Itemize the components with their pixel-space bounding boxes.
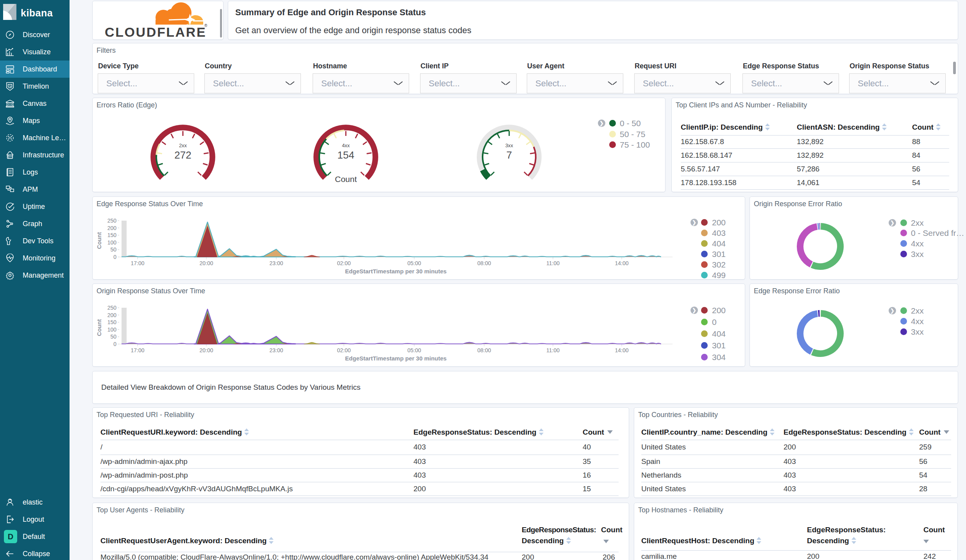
svg-text:14:00: 14:00 [615, 260, 628, 266]
svg-text:250: 250 [107, 305, 117, 311]
svg-text:0: 0 [113, 254, 116, 260]
svg-text:0: 0 [113, 341, 116, 347]
svg-text:05:00: 05:00 [407, 260, 421, 266]
svg-text:02:00: 02:00 [337, 260, 351, 266]
svg-text:200: 200 [107, 225, 117, 231]
svg-text:23:00: 23:00 [269, 260, 283, 266]
svg-text:11:00: 11:00 [546, 347, 560, 353]
svg-text:150: 150 [107, 232, 117, 238]
svg-text:23:00: 23:00 [269, 347, 283, 353]
svg-text:17:00: 17:00 [131, 260, 144, 266]
svg-text:14:00: 14:00 [615, 347, 628, 353]
svg-text:100: 100 [107, 239, 117, 246]
svg-text:17:00: 17:00 [131, 347, 144, 353]
svg-text:CLOUDFLARE: CLOUDFLARE [105, 25, 206, 39]
svg-text:11:00: 11:00 [546, 260, 560, 266]
svg-text:50: 50 [110, 334, 116, 340]
svg-text:05:00: 05:00 [407, 347, 421, 353]
svg-text:08:00: 08:00 [477, 347, 491, 353]
svg-text:EdgeStartTimestamp per 30 minu: EdgeStartTimestamp per 30 minutes [345, 268, 447, 275]
svg-text:200: 200 [107, 312, 117, 318]
svg-text:08:00: 08:00 [477, 260, 491, 266]
svg-text:50: 50 [110, 246, 116, 253]
svg-text:250: 250 [107, 218, 117, 224]
svg-text:20:00: 20:00 [199, 347, 213, 353]
svg-text:EdgeStartTimestamp per 30 minu: EdgeStartTimestamp per 30 minutes [345, 355, 447, 362]
svg-text:Count: Count [96, 319, 102, 336]
svg-text:150: 150 [107, 319, 117, 325]
svg-text:D: D [8, 532, 13, 541]
svg-text:Count: Count [96, 232, 102, 249]
svg-text:100: 100 [107, 326, 117, 333]
svg-text:20:00: 20:00 [199, 260, 213, 266]
svg-text:02:00: 02:00 [337, 347, 351, 353]
svg-text:®: ® [204, 23, 208, 28]
